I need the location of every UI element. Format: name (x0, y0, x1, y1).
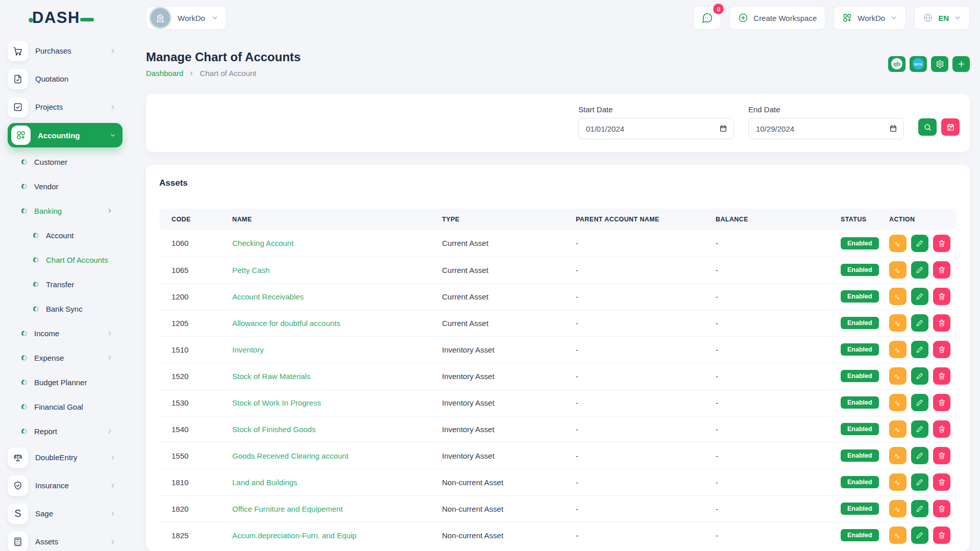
sidebar-item-expense[interactable]: Expense (8, 345, 122, 370)
end-date-input[interactable]: 10/29/2024 (748, 118, 904, 139)
edit-button[interactable] (911, 500, 928, 517)
delete-button[interactable] (933, 235, 950, 252)
page-header-left: Manage Chart of Accounts Dashboard Chart… (146, 50, 301, 78)
sidebar-item-doubleentry[interactable]: DoubleEntry (8, 443, 122, 471)
edit-button[interactable] (911, 288, 928, 305)
sidebar-item-customer[interactable]: Customer (8, 149, 122, 174)
sidebar-item-quotation[interactable]: Quotation (8, 65, 122, 93)
delete-button[interactable] (933, 314, 950, 332)
row-actions (889, 314, 957, 332)
column-header-type: TYPE (442, 209, 576, 230)
transactions-button[interactable] (889, 527, 906, 544)
delete-button[interactable] (933, 288, 950, 305)
transactions-button[interactable] (889, 500, 906, 517)
edit-button[interactable] (911, 341, 928, 358)
transactions-button[interactable] (889, 420, 906, 438)
sidebar-item-bank-sync[interactable]: Bank Sync (8, 296, 122, 321)
account-name-link[interactable]: Allowance for doubtful accounts (232, 319, 340, 328)
transactions-button[interactable] (889, 341, 906, 358)
account-name-link[interactable]: Goods Received Clearing account (232, 452, 349, 460)
edit-button[interactable] (911, 527, 928, 544)
transactions-button[interactable] (889, 235, 906, 252)
messages-button[interactable]: 0 (694, 6, 721, 30)
sidebar-item-label: Sage (35, 509, 102, 518)
cell-code: 1550 (159, 442, 232, 469)
cell-balance: - (716, 495, 841, 522)
edit-button[interactable] (911, 314, 928, 332)
language-selector[interactable]: EN (914, 6, 970, 30)
search-button[interactable] (918, 118, 937, 136)
edit-button[interactable] (911, 473, 928, 491)
sidebar-item-report[interactable]: Report (8, 419, 122, 443)
workspace-menu-button[interactable]: WorkDo (834, 6, 906, 30)
settings-button[interactable] (931, 56, 948, 72)
transactions-button[interactable] (889, 473, 906, 491)
sidebar-item-purchases[interactable]: Purchases (8, 37, 122, 65)
delete-button[interactable] (933, 394, 950, 411)
delete-button[interactable] (933, 261, 950, 279)
plus-icon (957, 60, 966, 68)
transactions-button[interactable] (889, 261, 906, 279)
delete-button[interactable] (933, 341, 950, 358)
page-title: Manage Chart of Accounts (146, 50, 301, 64)
account-name-link[interactable]: Stock of Raw Materials (232, 372, 310, 381)
workspace-selector[interactable]: WorkDo (146, 6, 226, 30)
delete-button[interactable] (933, 500, 950, 517)
account-name-link[interactable]: Inventory (232, 345, 264, 354)
account-name-link[interactable]: Accum.depreciation-Furn. and Equip (232, 531, 356, 540)
start-date-input[interactable]: 01/01/2024 (578, 118, 734, 139)
edit-button[interactable] (911, 420, 928, 438)
delete-button[interactable] (933, 527, 950, 544)
table-row: 1540Stock of Finished GoodsInventory Ass… (159, 416, 957, 442)
cart-icon (8, 41, 28, 61)
table-row: 1205Allowance for doubtful accountsCurre… (159, 310, 957, 336)
start-date-field: Start Date 01/01/2024 (578, 105, 734, 152)
sidebar-item-chart-of-accounts[interactable]: Chart Of Accounts (8, 247, 122, 272)
sidebar-item-banking[interactable]: Banking (8, 198, 122, 223)
sidebar-item-budget-planner[interactable]: Budget Planner (8, 370, 122, 394)
create-workspace-button[interactable]: Create Workspace (729, 6, 825, 30)
account-name-link[interactable]: Account Receivables (232, 292, 304, 301)
page-header: Manage Chart of Accounts Dashboard Chart… (146, 50, 970, 78)
add-button[interactable] (952, 56, 970, 72)
sidebar-item-vendor[interactable]: Vendor (8, 174, 122, 198)
breadcrumb-dashboard-link[interactable]: Dashboard (146, 69, 183, 78)
sidebar-item-projects[interactable]: Projects (8, 93, 122, 121)
xero-button[interactable]: xero (910, 56, 927, 72)
sidebar-item-transfer[interactable]: Transfer (8, 272, 122, 296)
account-name-link[interactable]: Stock of Finished Goods (232, 425, 315, 434)
sidebar-item-income[interactable]: Income (8, 321, 122, 345)
sidebar-item-account[interactable]: Account (8, 223, 122, 247)
edit-button[interactable] (911, 235, 928, 252)
delete-button[interactable] (933, 420, 950, 438)
account-name-link[interactable]: Checking Account (232, 239, 293, 247)
account-name-link[interactable]: Office Furniture and Equipement (232, 505, 343, 513)
sidebar-item-insurance[interactable]: Insurance (8, 471, 122, 499)
start-date-label: Start Date (578, 105, 734, 114)
account-name-link[interactable]: Land and Buildings (232, 478, 298, 487)
cell-type: Current Asset (442, 257, 576, 283)
transactions-button[interactable] (889, 394, 906, 411)
transactions-button[interactable] (889, 367, 906, 385)
circle-bullet-icon (21, 208, 27, 214)
account-name-link[interactable]: Petty Cash (232, 266, 270, 274)
delete-button[interactable] (933, 473, 950, 491)
reset-filter-button[interactable] (941, 118, 960, 136)
account-name-link[interactable]: Stock of Work In Progress (232, 398, 321, 407)
edit-button[interactable] (911, 261, 928, 279)
transactions-button[interactable] (889, 447, 906, 464)
sidebar-item-sage[interactable]: SSage (8, 499, 122, 528)
edit-button[interactable] (911, 447, 928, 464)
edit-button[interactable] (911, 367, 928, 385)
calendar-icon (719, 124, 727, 133)
edit-button[interactable] (911, 394, 928, 411)
delete-button[interactable] (933, 367, 950, 385)
quickbooks-button[interactable]: qb (888, 56, 905, 72)
sidebar-item-accounting[interactable]: Accounting (8, 123, 122, 147)
sidebar-item-financial-goal[interactable]: Financial Goal (8, 394, 122, 419)
sidebar-item-assets[interactable]: Assets (8, 528, 122, 551)
transactions-button[interactable] (889, 288, 906, 305)
column-header-balance: BALANCE (716, 209, 841, 230)
delete-button[interactable] (933, 447, 950, 464)
transactions-button[interactable] (889, 314, 906, 332)
